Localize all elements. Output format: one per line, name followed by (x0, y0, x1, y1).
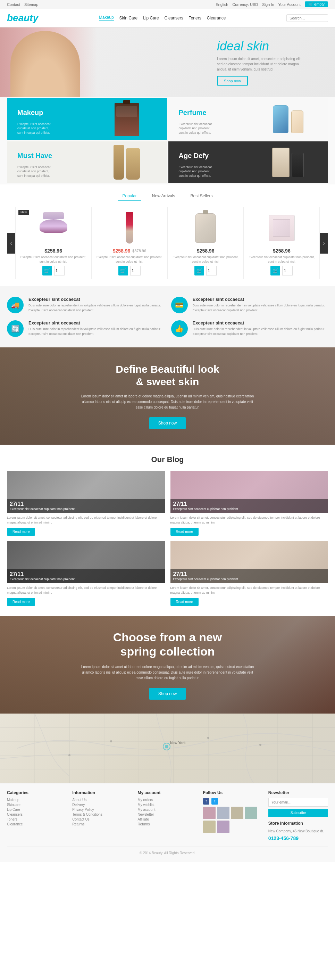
add-to-cart-button[interactable]: 🛒 (270, 266, 280, 275)
tab-popular[interactable]: Popular (118, 191, 141, 201)
cat-title-perfume: Perfume (173, 103, 222, 122)
price-row: $258.96 $378.96 (95, 248, 164, 254)
top-bar-right: English Currency: USD Sign In Your Accou… (216, 2, 328, 7)
quantity-input[interactable] (282, 266, 293, 275)
blog-card: 27/11 Excepteur sint occaecat cupidatat … (170, 541, 329, 606)
quantity-input[interactable] (130, 266, 141, 275)
blog-card: 27/11 Excepteur sint occaecat cupidatat … (170, 471, 329, 536)
logo[interactable]: beauty (7, 13, 38, 24)
gallery-thumb[interactable] (217, 807, 229, 819)
footer-link[interactable]: Newsletter (138, 813, 197, 816)
read-more-button[interactable]: Read more (170, 528, 198, 536)
category-card-musthave[interactable]: Must Have Excepteur sint occaecat cupida… (7, 142, 167, 183)
footer-link[interactable]: Terms & Conditions (72, 813, 132, 816)
footer-links-categories: Makeup Skincare Lip Care Cleansers Toner… (7, 798, 67, 826)
sitemap-link[interactable]: Sitemap (24, 2, 38, 6)
footer-link[interactable]: Delivery (72, 803, 132, 807)
product-price: $258.96 (44, 248, 62, 254)
blog-grid: 27/11 Excepteur sint occaecat cupidatat … (7, 471, 328, 606)
cart-button[interactable]: 🛒 empty (305, 2, 328, 7)
footer-link[interactable]: Lip Care (7, 808, 67, 811)
search-input[interactable] (286, 14, 328, 22)
price-row: $258.96 (19, 248, 87, 254)
blog-image-4: 27/11 Excepteur sint occaecat cupidatat … (170, 541, 329, 583)
blog-image-2: 27/11 Excepteur sint occaecat cupidatat … (170, 471, 329, 513)
svg-text:New York: New York (170, 741, 186, 745)
footer-link[interactable]: Privacy Policy (72, 808, 132, 811)
footer-link[interactable]: Toners (7, 818, 67, 821)
footer-link[interactable]: My account (138, 808, 197, 811)
gallery-thumb[interactable] (245, 807, 257, 819)
newsletter-email-input[interactable] (268, 798, 328, 807)
category-card-agedefy[interactable]: Age Defy Excepteur sint occaecat cupidat… (168, 142, 329, 183)
contact-link[interactable]: Contact (7, 2, 20, 6)
footer-link[interactable]: Makeup (7, 798, 67, 802)
footer-link[interactable]: Clearance (7, 822, 67, 826)
svg-point-22 (207, 737, 210, 739)
read-more-button[interactable]: Read more (170, 598, 198, 606)
add-to-cart-button[interactable]: 🛒 (194, 266, 204, 275)
footer-link[interactable]: Returns (72, 822, 132, 826)
footer-link[interactable]: About Us (72, 798, 132, 802)
footer-links-information: About Us Delivery Privacy Policy Terms &… (72, 798, 132, 826)
nav-item-cleansers[interactable]: Cleansers (165, 16, 183, 21)
footer-link[interactable]: My orders (138, 798, 197, 802)
tabs-section: Popular New Arrivals Best Sellers ‹ New … (0, 185, 335, 286)
nav-item-skincare[interactable]: Skin Care (119, 16, 138, 21)
footer-link[interactable]: Cleansers (7, 813, 67, 816)
category-card-makeup[interactable]: Makeup Excepteur sint occaecat cupidatat… (7, 98, 167, 140)
tab-new-arrivals[interactable]: New Arrivals (148, 191, 179, 201)
feature-title: Excepteur sint occaecat (29, 297, 164, 302)
footer-link[interactable]: Skincare (7, 803, 67, 807)
footer-link[interactable]: My wishlist (138, 803, 197, 807)
feature-title: Excepteur sint occaecat (193, 320, 329, 326)
signin-link[interactable]: Sign In (262, 2, 274, 6)
nav-item-clearance[interactable]: Clearance (207, 16, 226, 21)
face-image (10, 31, 80, 97)
footer-link[interactable]: Affiliate (138, 818, 197, 821)
footer-col-information: Information About Us Delivery Privacy Po… (72, 790, 132, 841)
price-row: $258.96 (171, 248, 240, 254)
read-more-button[interactable]: Read more (7, 598, 35, 606)
read-more-button[interactable]: Read more (7, 528, 35, 536)
svg-point-23 (68, 754, 70, 756)
tab-best-sellers[interactable]: Best Sellers (186, 191, 217, 201)
spring-banner-cta[interactable]: Shop now (149, 688, 186, 700)
blog-text: Lorem ipsum dolor sit amet, consectetur … (170, 586, 329, 595)
quantity-input[interactable] (206, 266, 217, 275)
add-to-cart-button[interactable]: 🛒 (118, 266, 128, 275)
quantity-input[interactable] (54, 266, 65, 275)
language-select[interactable]: English (216, 2, 228, 6)
blog-text: Lorem ipsum dolor sit amet, consectetur … (7, 586, 165, 595)
blog-image-3: 27/11 Excepteur sint occaecat cupidatat … (7, 541, 165, 583)
add-to-cart-button[interactable]: 🛒 (42, 266, 52, 275)
product-desc: Excepteur sint occaecat cupidatat non pr… (171, 255, 240, 264)
gallery-thumb[interactable] (217, 821, 229, 833)
product-image (95, 210, 164, 245)
account-link[interactable]: Your Account (278, 2, 301, 6)
define-banner: Define Beautiful look& sweet skin Lorem … (0, 347, 335, 445)
category-card-perfume[interactable]: Perfume Excepteur sint occaecat cupidata… (168, 98, 329, 140)
gallery-thumb[interactable] (203, 821, 216, 833)
carousel-prev-button[interactable]: ‹ (7, 233, 15, 254)
footer-col-account: My account My orders My wishlist My acco… (138, 790, 197, 841)
nav-item-toners[interactable]: Toners (189, 16, 202, 21)
currency-select[interactable]: Currency: USD (232, 2, 258, 6)
footer-link[interactable]: Returns (138, 822, 197, 826)
gallery-thumb[interactable] (203, 807, 216, 819)
define-banner-cta[interactable]: Shop now (149, 417, 186, 429)
cat-title-makeup: Makeup (12, 103, 61, 122)
product-card: $258.96 Excepteur sint occaecat cupidata… (168, 207, 244, 279)
newsletter-subscribe-button[interactable]: Subscribe (268, 809, 328, 817)
footer-link[interactable]: Contact Us (72, 818, 132, 821)
twitter-button[interactable]: t (211, 798, 218, 805)
social-gallery (203, 807, 263, 833)
feature-text: Duis aute irure dolor in reprehenderit i… (193, 327, 329, 336)
nav-item-makeup[interactable]: Makeup (99, 15, 114, 21)
facebook-button[interactable]: f (203, 798, 210, 805)
gallery-thumb[interactable] (231, 807, 243, 819)
hero-cta-button[interactable]: Shop now (217, 76, 248, 86)
nav-item-lipcare[interactable]: Lip Care (143, 16, 159, 21)
product-desc: Excepteur sint occaecat cupidatat non pr… (95, 255, 164, 264)
carousel-next-button[interactable]: › (320, 233, 328, 254)
